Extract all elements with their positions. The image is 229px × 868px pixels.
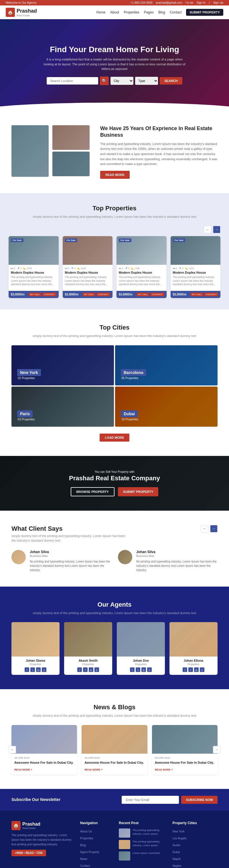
- agent-linkedin-icon[interactable]: li: [94, 668, 99, 672]
- footer-nav-title: Navigation: [80, 821, 110, 825]
- signin-link[interactable]: Sign In: [197, 1, 205, 4]
- city-props-barcolona: 05 Properties: [121, 376, 146, 380]
- top-cities-header: Top Cities simply dummy text of the prin…: [11, 324, 218, 338]
- footer-city-dubai[interactable]: Dubai: [173, 850, 180, 854]
- type-select[interactable]: Type House Apartment: [135, 77, 158, 85]
- properties-next-btn[interactable]: →: [213, 226, 220, 233]
- search-button[interactable]: SEARCH: [160, 77, 182, 85]
- footer-city-losangels[interactable]: Los Angels: [173, 837, 187, 840]
- testimonials-prev-btn[interactable]: ←: [201, 525, 208, 532]
- footer-nav-about[interactable]: About Us: [80, 830, 92, 833]
- property-title: Modern Duplex House: [11, 271, 56, 274]
- city-label-newyork: New York 02 Properties: [17, 369, 41, 380]
- nav-home[interactable]: Home: [96, 10, 106, 14]
- footer-logo-icon: 🏠: [11, 821, 21, 830]
- testimonials-next-btn[interactable]: →: [210, 525, 218, 532]
- area-flag: 📐 1200: [131, 267, 140, 270]
- agent-instagram-icon[interactable]: in: [141, 668, 146, 672]
- agent-facebook-icon[interactable]: f: [25, 668, 29, 672]
- contact-btn[interactable]: CONTACT: [204, 292, 218, 296]
- agent-twitter-icon[interactable]: t: [188, 668, 193, 672]
- search-input[interactable]: [47, 77, 98, 85]
- footer-nav-properties[interactable]: Properties: [80, 837, 93, 840]
- logo-icon: 🏠: [6, 8, 15, 17]
- bath-flag: 🚿 2: [71, 267, 75, 270]
- nav-pages[interactable]: Pages: [144, 10, 154, 14]
- agent-image-4: [169, 622, 218, 656]
- email: prashad@gmail.com: [156, 1, 182, 4]
- footer-phone[interactable]: +9500 • READ • 7250: [11, 850, 46, 856]
- agent-name-2: Akash Smith: [66, 659, 110, 662]
- contact-btn[interactable]: CONTACT: [42, 292, 56, 296]
- agent-twitter-icon[interactable]: t: [30, 668, 35, 672]
- newsletter-title: Subscribe Our Newsletter: [11, 797, 60, 802]
- agent-twitter-icon[interactable]: t: [136, 668, 140, 672]
- news-card-1: 26 APR 2019 Awesome House For Sale In Du…: [11, 725, 77, 775]
- properties-prev-btn[interactable]: ←: [204, 226, 211, 233]
- city-card-barcolona[interactable]: Barcolona 05 Properties: [115, 345, 218, 385]
- top-bar-right: +1-800-234-5600 prashad@gmail.com f in t…: [131, 1, 223, 4]
- top-cities-desc: simply dummy text of the printing and ty…: [11, 334, 218, 338]
- footer-nav-agent-property[interactable]: Agent Property: [80, 850, 99, 854]
- mycall-btn[interactable]: MY CALL: [136, 292, 149, 296]
- nav-about[interactable]: About: [110, 10, 119, 14]
- agent-instagram-icon[interactable]: in: [194, 668, 199, 672]
- for-sale-badge: For Sale: [65, 239, 77, 242]
- news-read-more-3[interactable]: READ MORE +: [155, 768, 173, 771]
- city-card-newyork[interactable]: New York 02 Properties: [11, 345, 114, 385]
- footer-brand-desc: The printing and typesetting industry. L…: [11, 833, 71, 847]
- top-bar-left: Welcome to Our Agency: [6, 1, 37, 4]
- about-image-3: [53, 152, 90, 176]
- subscribe-btn[interactable]: SUBSCRIBE NOW: [181, 796, 218, 804]
- about-read-more-btn[interactable]: READ MORE: [100, 171, 130, 179]
- footer-city-napoli[interactable]: Napoli: [173, 858, 181, 861]
- news-image-2: [81, 725, 147, 754]
- footer-nav-contact[interactable]: Contact: [80, 864, 90, 867]
- agent-facebook-icon[interactable]: f: [183, 668, 187, 672]
- contact-btn[interactable]: CONTACT: [96, 292, 110, 296]
- submit-property-btn[interactable]: SUBMIT PROPERTY: [186, 9, 223, 16]
- property-flags: 🛏 3 🚿 2 📐 1200: [119, 267, 164, 270]
- testimonial-card-2: Johan Silva Business Man No printing and…: [118, 550, 218, 572]
- agent-linkedin-icon[interactable]: li: [147, 668, 152, 672]
- agent-linkedin-icon[interactable]: li: [200, 668, 204, 672]
- browse-property-btn[interactable]: BROWSE PROPERTY: [71, 487, 115, 496]
- agent-facebook-icon[interactable]: f: [130, 668, 135, 672]
- submit-property-cta-btn[interactable]: SUBMIT PROPERTY: [118, 487, 159, 496]
- agent-image-3: [117, 622, 165, 656]
- agent-instagram-icon[interactable]: in: [36, 668, 41, 672]
- agent-twitter-icon[interactable]: t: [83, 668, 88, 672]
- mycall-btn[interactable]: MY CALL: [83, 292, 95, 296]
- news-next-btn[interactable]: →: [213, 746, 220, 753]
- agent-instagram-icon[interactable]: in: [89, 668, 93, 672]
- agent-name-1: Johan Slama: [13, 659, 58, 662]
- city-name-newyork: New York: [17, 369, 41, 376]
- news-read-more-2[interactable]: READ MORE +: [85, 768, 102, 771]
- agent-facebook-icon[interactable]: f: [77, 668, 82, 672]
- footer-city-newyork[interactable]: New York: [173, 830, 185, 833]
- city-select[interactable]: City New York Paris Dubai: [110, 77, 133, 85]
- agent-title-1: Properties: [11, 663, 60, 666]
- news-read-more-1[interactable]: READ MORE +: [14, 768, 32, 771]
- newsletter-email-input[interactable]: [122, 796, 179, 804]
- footer-nav-news[interactable]: News: [80, 858, 87, 861]
- footer-nav-blog[interactable]: Blog: [80, 844, 86, 847]
- load-more-btn[interactable]: LOAD MORE: [100, 434, 129, 442]
- city-card-paris[interactable]: Paris 03 Properties: [11, 386, 114, 427]
- news-prev-btn[interactable]: ←: [9, 746, 16, 753]
- area-flag: 📐 1200: [185, 267, 194, 270]
- nav-blog[interactable]: Blog: [158, 10, 165, 14]
- footer-city-austin[interactable]: Austin: [173, 844, 181, 847]
- footer-city-naples[interactable]: Naples: [173, 864, 182, 867]
- news-header: News & Blogs simply dummy text of the pr…: [11, 704, 218, 718]
- nav-contact[interactable]: Contact: [170, 10, 182, 14]
- signup-link[interactable]: Sign Up: [213, 1, 223, 4]
- agent-linkedin-icon[interactable]: li: [42, 668, 46, 672]
- mycall-btn[interactable]: MY CALL: [29, 292, 41, 296]
- city-card-dubai[interactable]: Dubai 19 Properties: [115, 386, 218, 427]
- city-props-paris: 03 Properties: [17, 418, 35, 421]
- contact-btn[interactable]: CONTACT: [150, 292, 164, 296]
- testimonials-title: What Client Says: [11, 525, 126, 532]
- mycall-btn[interactable]: MY CALL: [191, 292, 203, 296]
- nav-properties[interactable]: Properties: [124, 10, 139, 14]
